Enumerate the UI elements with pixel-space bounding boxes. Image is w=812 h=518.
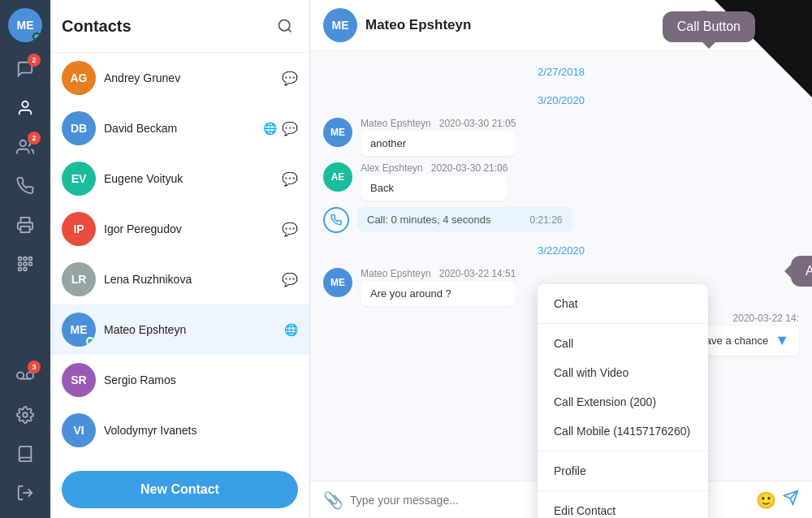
- contacts-header: Contacts: [50, 0, 309, 53]
- ctx-call-ext-item[interactable]: Call Extension (200): [538, 387, 708, 417]
- svg-rect-3: [19, 257, 22, 261]
- call-bubble: Call: 0 minutes, 4 seconds 0:21:26: [357, 207, 572, 232]
- contact-meta: 🌐: [284, 323, 298, 336]
- nav-messages-button[interactable]: 2: [8, 52, 42, 86]
- new-contact-button[interactable]: New Contact: [62, 471, 298, 508]
- avatar: DB: [62, 111, 96, 145]
- msg-bubble: Are you around ?: [361, 281, 516, 306]
- list-item[interactable]: SR Sergio Ramos: [50, 355, 309, 405]
- chat-icon: 💬: [282, 222, 298, 237]
- search-button[interactable]: [272, 13, 298, 39]
- team-badge: 2: [28, 132, 41, 145]
- msg-bubble-wrap: Mateo Epshteyn 2020-03-30 21:05 another: [361, 118, 516, 156]
- ctx-group-profile: Profile: [538, 451, 708, 490]
- avatar: ME: [62, 313, 96, 347]
- nav-team-button[interactable]: 2: [8, 130, 42, 164]
- attach-button[interactable]: 📎: [323, 490, 343, 510]
- online-indicator: [32, 32, 41, 41]
- svg-point-1: [20, 140, 26, 146]
- nav-logout-button[interactable]: [8, 476, 42, 510]
- svg-rect-2: [21, 227, 30, 232]
- call-row: Call: 0 minutes, 4 seconds 0:21:26: [323, 207, 799, 233]
- chat-icon: 💬: [282, 71, 298, 86]
- chat-header-avatar: ME: [323, 8, 357, 42]
- nav-book-button[interactable]: [8, 437, 42, 471]
- expand-icon[interactable]: ▼: [775, 332, 789, 349]
- ctx-group-call: Call Call with Video Call Extension (200…: [538, 323, 708, 451]
- ctx-chat-item[interactable]: Chat: [538, 289, 708, 318]
- message-row: ME Mateo Epshteyn 2020-03-30 21:05 anoth…: [323, 118, 799, 156]
- ctx-profile-item[interactable]: Profile: [538, 456, 708, 486]
- call-button-callout: Call Button: [663, 11, 755, 42]
- nav-bar: ME 2 2 3: [0, 0, 50, 518]
- msg-bubble: another: [361, 131, 516, 156]
- ctx-group-edit: Edit Contact: [538, 490, 708, 518]
- svg-point-11: [17, 372, 24, 378]
- chat-icon: 💬: [282, 171, 298, 187]
- call-text: Call: 0 minutes, 4 seconds: [367, 214, 490, 226]
- contact-meta: 💬: [282, 272, 298, 287]
- ctx-call-video-item[interactable]: Call with Video: [538, 358, 708, 387]
- ctx-edit-item[interactable]: Edit Contact: [538, 496, 708, 518]
- date-label: 3/22/2020: [323, 244, 799, 257]
- message-row: AE Alex Epshteyn 2020-03-30 21:06 Back: [323, 162, 799, 201]
- nav-settings-button[interactable]: [8, 398, 42, 432]
- avatar: VI: [62, 413, 96, 447]
- svg-point-16: [279, 20, 290, 31]
- contacts-panel: Contacts AG Andrey Grunev 💬 DB David Bec…: [50, 0, 310, 518]
- ctx-call-mobile-item[interactable]: Call Mobile (14157176260): [538, 417, 708, 446]
- contacts-title: Contacts: [62, 17, 272, 36]
- svg-rect-9: [19, 268, 22, 271]
- call-icon: [323, 207, 349, 233]
- chat-contact-name: Mateo Epshteyn: [365, 17, 677, 33]
- ctx-call-item[interactable]: Call: [538, 329, 708, 358]
- nav-voicemail-button[interactable]: 3: [8, 359, 42, 393]
- list-item[interactable]: AG Andrey Grunev 💬: [50, 53, 309, 103]
- globe-icon: 🌐: [284, 323, 298, 336]
- nav-phone-button[interactable]: [8, 169, 42, 203]
- list-item[interactable]: 🤜 Tuia: [50, 455, 309, 461]
- chat-icon: 💬: [282, 121, 298, 136]
- globe-icon: 🌐: [263, 122, 277, 135]
- contact-name: Andrey Grunev: [104, 71, 274, 84]
- svg-rect-6: [19, 262, 22, 265]
- svg-line-17: [288, 29, 292, 32]
- list-item[interactable]: VI Volodymyr Ivanets: [50, 405, 309, 455]
- nav-user-avatar[interactable]: ME: [8, 8, 42, 42]
- msg-avatar: ME: [323, 268, 352, 297]
- online-indicator: [86, 337, 94, 345]
- msg-bubble-wrap: Alex Epshteyn 2020-03-30 21:06 Back: [361, 162, 508, 201]
- call-time: 0:21:26: [529, 214, 562, 226]
- emoji-button[interactable]: 🙂: [756, 490, 776, 510]
- msg-bubble-wrap: Mateo Epshteyn 2020-03-22 14:51 Are you …: [361, 268, 516, 306]
- nav-dialpad-button[interactable]: [8, 247, 42, 281]
- ctx-group-chat: Chat: [538, 284, 708, 323]
- list-item[interactable]: IP Igor Peregudov 💬: [50, 204, 309, 254]
- send-button[interactable]: [783, 490, 799, 510]
- contact-name: Igor Peregudov: [104, 222, 274, 235]
- contact-list: AG Andrey Grunev 💬 DB David Beckam 🌐 💬 E…: [50, 53, 309, 461]
- avatar: IP: [62, 212, 96, 246]
- msg-meta: 2020-03-22 14:: [733, 313, 799, 324]
- contact-meta: 💬: [282, 71, 298, 86]
- msg-meta: Mateo Epshteyn 2020-03-22 14:51: [361, 268, 516, 279]
- voicemail-badge: 3: [28, 360, 41, 373]
- list-item[interactable]: EV Eugene Voityuk 💬: [50, 153, 309, 204]
- svg-point-0: [22, 101, 28, 107]
- svg-rect-10: [24, 268, 27, 271]
- list-item[interactable]: ME Mateo Epshteyn 🌐: [50, 304, 309, 355]
- chat-panel: ME Mateo Epshteyn 2/27/2018 3/20/2020 ME…: [310, 0, 812, 518]
- avatar: AG: [62, 61, 96, 95]
- nav-print-button[interactable]: [8, 208, 42, 242]
- svg-rect-7: [24, 262, 27, 265]
- avatar: LR: [62, 262, 96, 296]
- nav-contacts-button[interactable]: [8, 91, 42, 125]
- avatar: EV: [62, 162, 96, 196]
- context-menu: Chat Call Call with Video Call Extension…: [538, 284, 708, 518]
- svg-rect-4: [24, 257, 27, 261]
- chat-icon: 💬: [282, 272, 298, 287]
- list-item[interactable]: LR Lena Ruzhnikova 💬: [50, 254, 309, 304]
- list-item[interactable]: DB David Beckam 🌐 💬: [50, 103, 309, 153]
- messages-badge: 2: [28, 54, 41, 67]
- svg-rect-5: [29, 257, 32, 261]
